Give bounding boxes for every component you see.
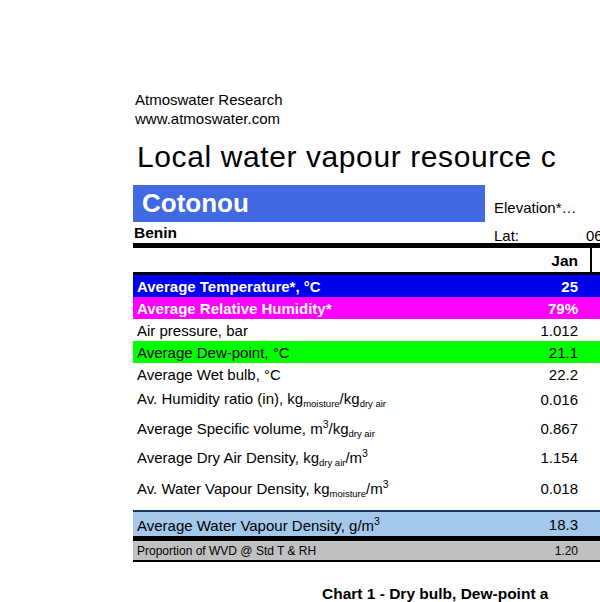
row-label: Proportion of WVD @ Std T & RH (137, 544, 316, 558)
row-label: Average Dew-point, °C (137, 344, 289, 361)
row-value: 1.20 (555, 544, 578, 558)
row-value: 1.154 (540, 449, 578, 466)
column-divider (590, 248, 592, 275)
data-table: Average Temperature*, °C25Average Relati… (133, 275, 600, 562)
row-value: 79% (548, 300, 578, 317)
column-header-jan: Jan (133, 249, 600, 272)
table-row: Average Wet bulb, °C22.2 (133, 363, 600, 385)
row-label: Average Dry Air Density, kgdry air/m3 (137, 447, 368, 468)
row-label: Average Wet bulb, °C (137, 366, 281, 383)
row-value: 0.016 (540, 391, 578, 408)
row-label: Average Specific volume, m3/kgdry air (137, 418, 375, 439)
row-value: 1.012 (540, 322, 578, 339)
row-label: Av. Humidity ratio (in), kgmoisture/kgdr… (137, 390, 386, 409)
row-label: Average Relative Humidity* (137, 300, 332, 317)
month-label: Jan (551, 252, 578, 269)
divider-thick (133, 243, 600, 248)
row-label: Air pressure, bar (137, 322, 248, 339)
table-row: Av. Humidity ratio (in), kgmoisture/kgdr… (133, 385, 600, 414)
table-row: Average Water Vapour Density, g/m318.3 (133, 510, 600, 541)
page-title: Local water vapour resource c (137, 140, 556, 174)
row-label: Average Temperature*, °C (137, 278, 321, 295)
table-row: Average Dry Air Density, kgdry air/m31.1… (133, 443, 600, 472)
row-value: 0.018 (540, 480, 578, 497)
country-name: Benin (134, 224, 177, 242)
row-value: 25 (561, 278, 578, 295)
org-url: www.atmoswater.com (135, 110, 280, 127)
city-banner: Cotonou (133, 185, 485, 222)
row-label: Average Water Vapour Density, g/m3 (137, 515, 380, 534)
row-label: Av. Water Vapour Density, kgmoisture/m3 (137, 478, 389, 499)
latitude-label: Lat: (494, 227, 519, 244)
row-value: 22.2 (549, 366, 578, 383)
chart-caption: Chart 1 - Dry bulb, Dew-point a (322, 585, 548, 602)
elevation-label: Elevation*… (494, 199, 577, 216)
table-row: Average Relative Humidity*79% (133, 297, 600, 319)
table-row: Proportion of WVD @ Std T & RH1.20 (133, 541, 600, 562)
row-value: 0.867 (540, 420, 578, 437)
table-row: Average Specific volume, m3/kgdry air0.8… (133, 414, 600, 443)
org-name: Atmoswater Research (135, 91, 283, 108)
table-row: Air pressure, bar1.012 (133, 319, 600, 341)
row-value: 21.1 (549, 344, 578, 361)
row-value: 18.3 (549, 516, 578, 533)
table-row: Average Dew-point, °C21.1 (133, 341, 600, 363)
table-row: Average Temperature*, °C25 (133, 275, 600, 297)
table-row: Av. Water Vapour Density, kgmoisture/m30… (133, 472, 600, 504)
city-name: Cotonou (142, 188, 249, 218)
latitude-value: 06 (586, 227, 600, 244)
